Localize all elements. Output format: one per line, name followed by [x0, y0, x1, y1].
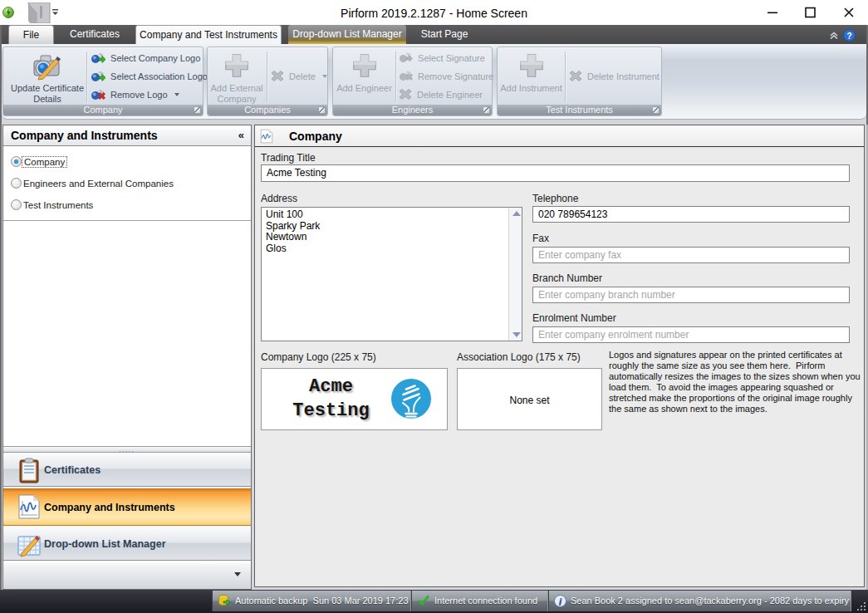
svg-text:?: ?	[846, 32, 851, 41]
